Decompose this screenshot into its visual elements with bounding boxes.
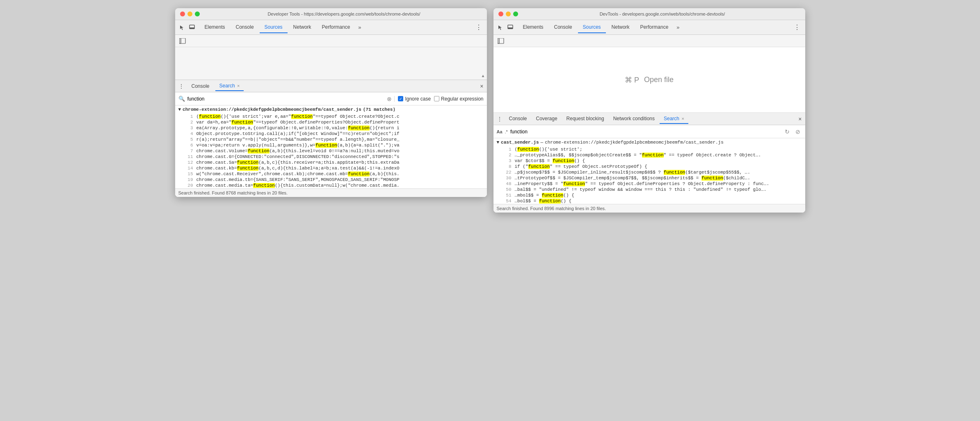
table-row[interactable]: 22 …p$jscomp$7$$ = $JSCompiler_inline_re… [493,169,805,175]
right-panel-tab-coverage[interactable]: Coverage [532,114,562,124]
left-search-tab-close[interactable]: × [237,83,240,88]
line-content: …tPrototypeOf$$ = $JSCompiler_temp$jscom… [515,176,750,181]
table-row[interactable]: 6 v=oa:v=pa;return v.apply(null,argument… [175,142,487,148]
left-regex-label[interactable]: Regular expression [434,96,483,102]
left-panel-close[interactable]: × [480,83,483,89]
right-minimize-button[interactable] [506,11,511,16]
left-minimize-button[interactable] [187,11,192,16]
table-row[interactable]: 20 chrome.cast.media.ta=function(){this.… [175,183,487,188]
left-panel-tab-console[interactable]: Console [187,82,214,91]
right-tab-bar-right: ⋮ [792,22,802,33]
right-dock-icon[interactable] [507,24,514,31]
table-row[interactable]: 30 …tPrototypeOf$$ = $JSCompiler_temp$js… [493,175,805,181]
left-search-clear[interactable]: ⊗ [387,96,392,102]
table-row[interactable]: 48 …ineProperty$$ = "function" == typeof… [493,181,805,187]
left-tab-console[interactable]: Console [231,22,259,33]
table-row[interactable]: 8 if ("function" == typeof Object.setPro… [493,164,805,169]
right-tab-sources[interactable]: Sources [578,22,606,33]
right-tab-network[interactable]: Network [607,22,635,33]
right-tab-more[interactable]: » [674,23,682,32]
left-result-file[interactable]: ▼ chrome-extension://pkedcjkdefgpdelpbcm… [175,105,487,114]
right-result-file[interactable]: ▼ cast_sender.js — chrome-extension://pk… [493,138,805,146]
table-row[interactable]: 1 (function(){'use strict';var e,aa="fun… [175,114,487,119]
right-dotstar-label[interactable]: .* [505,129,508,134]
table-row[interactable]: 15 w("chrome.cast.Receiver",chrome.cast.… [175,171,487,177]
left-close-button[interactable] [180,11,185,16]
right-bottom-panel: ⋮ Console Coverage Request blocking Netw… [493,113,805,213]
cursor-icon[interactable] [178,24,186,31]
table-row[interactable]: 54 …bol$$ = function() { [493,198,805,204]
left-search-results[interactable]: ▼ chrome-extension://pkedcjkdefgpdelpbcm… [175,105,487,188]
right-sidebar-toggle[interactable] [497,37,505,45]
left-tab-elements[interactable]: Elements [200,22,230,33]
left-ignore-case-label[interactable]: ✓ Ignore case [398,96,431,102]
line-number: 15 [185,172,193,176]
right-panel-tab-network-conditions[interactable]: Network conditions [609,114,659,124]
left-panel-tab-bar: ⋮ Console Search × × [175,80,487,92]
line-number: 3 [503,158,512,163]
table-row[interactable]: 51 …mbol$$ = function() { [493,192,805,198]
right-open-file-label: Open file [644,76,674,84]
left-tab-network[interactable]: Network [288,22,316,33]
line-content: chrome.cast.Volume=function(a,b){this.le… [196,149,400,153]
right-result-arrow[interactable]: ▼ [497,140,500,145]
right-panel-tab-search[interactable]: Search × [660,114,688,124]
right-traffic-lights [498,11,518,16]
table-row[interactable]: 12 chrome.cast.Sa=function(a,b,c){this.r… [175,160,487,165]
line-number: 22 [503,170,512,175]
left-maximize-button[interactable] [195,11,200,16]
right-search-results[interactable]: ▼ cast_sender.js — chrome-extension://pk… [493,138,805,204]
right-cursor-icon[interactable] [497,24,504,31]
line-content: r(a);return"array"==b||"object"==b&&"num… [196,137,400,142]
right-refresh-icon[interactable]: ↻ [783,128,791,136]
table-row[interactable]: 4 Object.prototype.toString.call(a);if("… [175,131,487,137]
right-panel-tab-request-blocking[interactable]: Request blocking [562,114,608,124]
svg-rect-3 [179,38,181,43]
table-row[interactable]: 1 (function(){'use strict'; [493,146,805,152]
right-tab-performance[interactable]: Performance [635,22,674,33]
line-number: 3 [185,126,193,130]
left-tab-sources[interactable]: Sources [260,22,288,33]
left-resize-icon[interactable]: ▲ [481,73,485,78]
table-row[interactable]: 3 ea(Array.prototype,a,{configurable:!0,… [175,125,487,131]
left-search-input[interactable] [187,96,385,102]
right-search-input[interactable] [510,129,781,135]
table-row[interactable]: 11 chrome.cast.G={CONNECTED:"connected",… [175,154,487,160]
left-tab-more[interactable]: » [356,23,363,32]
right-window-title: DevTools - developers.google.com/web/too… [525,11,800,16]
line-number: 50 [503,187,512,192]
table-row[interactable]: 3 var $ctor$$ = function() { [493,158,805,164]
left-regex-checkbox[interactable] [434,96,439,101]
left-result-arrow[interactable]: ▼ [178,107,181,112]
table-row[interactable]: 2 …_prototypeAlias$$, $$jscomp$objectCre… [493,152,805,158]
right-maximize-button[interactable] [513,11,518,16]
table-row[interactable]: 2 var da=h,ea="function"==typeof Object.… [175,119,487,125]
table-row[interactable]: 19 chrome.cast.media.tb={SANS_SERIF:"SAN… [175,177,487,183]
right-panel-close[interactable]: × [798,116,802,122]
svg-rect-7 [498,38,499,43]
right-close-button[interactable] [498,11,503,16]
left-panel-menu[interactable]: ⋮ [178,83,184,89]
right-aa-label[interactable]: Aa [497,129,503,134]
right-panel-menu[interactable]: ⋮ [497,116,503,122]
left-tab-performance[interactable]: Performance [317,22,355,33]
right-clear-icon[interactable]: ⊘ [794,128,802,136]
left-menu-icon[interactable]: ⋮ [474,22,484,33]
right-panel-tab-console[interactable]: Console [505,114,531,124]
left-sidebar-toggle[interactable] [178,37,187,45]
right-menu-icon[interactable]: ⋮ [792,22,802,33]
table-row[interactable]: 50 …bal$$ = "undefined" != typeof window… [493,187,805,192]
left-tab-bar: Elements Console Sources Network Perform… [175,20,487,35]
right-tab-console[interactable]: Console [549,22,577,33]
table-row[interactable]: 5 r(a);return"array"==b||"object"==b&&"n… [175,137,487,142]
right-search-tab-close[interactable]: × [681,116,684,121]
line-content: chrome.cast.Sa=function(a,b,c){this.rece… [196,160,400,165]
right-tab-elements[interactable]: Elements [518,22,548,33]
line-number: 1 [185,114,193,119]
left-ignore-case-checkbox[interactable]: ✓ [398,96,403,101]
table-row[interactable]: 14 chrome.cast.kb=function(a,b,c,d){this… [175,165,487,171]
left-panel-tab-search[interactable]: Search × [215,81,244,91]
table-row[interactable]: 7 chrome.cast.Volume=function(a,b){this.… [175,148,487,154]
line-number: 12 [185,160,193,165]
dock-icon[interactable] [188,24,196,31]
